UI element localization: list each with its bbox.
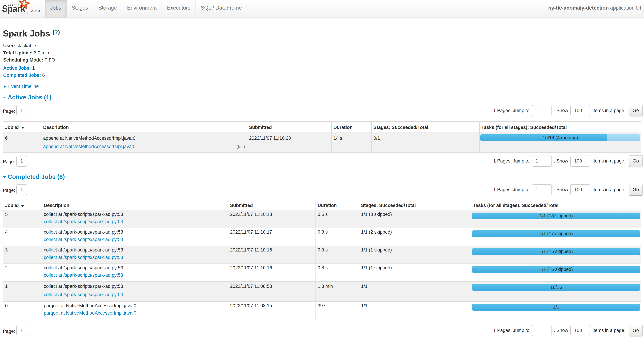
svg-text:Spark: Spark: [2, 4, 26, 14]
svg-text:TM: TM: [26, 12, 28, 14]
